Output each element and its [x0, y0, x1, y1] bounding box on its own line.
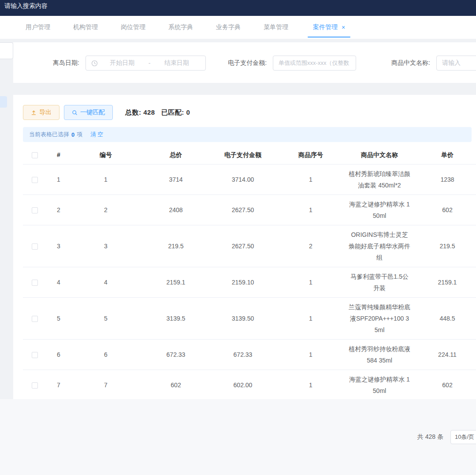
selection-info-bar: 当前表格已选择 0 项 清空 [23, 127, 472, 142]
table-row: 7 7 602 602.00 1 海蓝之谜修护精萃水 150ml 602 [23, 370, 476, 399]
matched-label: 已匹配: [161, 108, 186, 116]
filter-card: 离岛日期: 开始日期 - 结束日期 电子支付金额: 单值或范围xxx-xxx（仅… [13, 42, 476, 83]
stats-text: 总数: 428已匹配: 0 [125, 108, 190, 117]
cell-index: 5 [47, 297, 71, 339]
selection-prefix: 当前表格已选择 [29, 131, 69, 138]
row-checkbox[interactable] [32, 316, 38, 322]
selection-count: 0 [71, 131, 74, 138]
table-row: 1 1 3714 3714.00 1 植村秀新琥珀臻萃洁颜油套装 450ml*2… [23, 164, 476, 194]
data-table: #编号总价电子支付金额商品序号商品中文名称单价 1 1 3714 3714.00… [23, 146, 476, 399]
one-click-match-button[interactable]: 一键匹配 [64, 105, 113, 120]
table-row: 6 6 672.33 672.33 1 植村秀羽纱持妆粉底液 584 35ml … [23, 339, 476, 370]
tab-item-0[interactable]: 用户管理 [14, 16, 62, 39]
row-checkbox[interactable] [32, 352, 38, 358]
row-checkbox[interactable] [32, 280, 38, 286]
date-filter-label: 离岛日期: [53, 59, 79, 67]
clear-selection-link[interactable]: 清空 [90, 131, 104, 138]
tab-label: 机构管理 [73, 23, 98, 31]
tab-item-4[interactable]: 业务字典 [205, 16, 252, 39]
row-checkbox-cell [23, 194, 47, 225]
tab-label: 用户管理 [26, 23, 50, 31]
cell-product-seq: 1 [275, 164, 346, 194]
amount-placeholder: 单值或范围xxx-xxx（仅整数 [279, 59, 349, 67]
cell-product-name: 植村秀羽纱持妆粉底液 584 35ml [346, 339, 413, 370]
cell-code: 4 [71, 267, 141, 297]
product-placeholder: 请输入 [442, 59, 461, 67]
cell-product-name: 马爹利蓝带干邑1.5公升装 [346, 267, 413, 297]
tab-label: 案件管理 [313, 23, 338, 31]
cell-unit-price: 602 [413, 194, 476, 225]
table-row: 4 4 2159.1 2159.10 1 马爹利蓝带干邑1.5公升装 2159.… [23, 267, 476, 297]
page-size-select[interactable]: 10条/页 [450, 430, 476, 444]
row-checkbox[interactable] [32, 382, 38, 389]
table-row: 3 3 219.5 2627.50 2 ORIGINS韦博士灵芝焕能好底子精华水… [23, 225, 476, 267]
cell-total-price: 3714 [141, 164, 211, 194]
cell-total-price: 219.5 [141, 225, 211, 267]
cell-product-seq: 2 [275, 225, 346, 267]
header-checkbox-cell [23, 146, 47, 164]
date-range-input[interactable]: 开始日期 - 结束日期 [86, 56, 206, 71]
tab-label: 菜单管理 [264, 23, 288, 31]
cell-code: 2 [71, 194, 141, 225]
cell-unit-price: 2159.1 [413, 267, 476, 297]
cell-product-name: ORIGINS韦博士灵芝焕能好底子精华水两件组 [346, 225, 413, 267]
table-header-row: #编号总价电子支付金额商品序号商品中文名称单价 [23, 146, 476, 164]
end-date-placeholder[interactable]: 结束日期 [153, 59, 200, 67]
row-checkbox[interactable] [32, 243, 38, 250]
cell-epay-amount: 602.00 [211, 370, 275, 399]
column-header: 商品序号 [275, 146, 346, 164]
row-checkbox-cell [23, 370, 47, 399]
cell-epay-amount: 2627.50 [211, 194, 275, 225]
cell-total-price: 2159.1 [141, 267, 211, 297]
start-date-placeholder[interactable]: 开始日期 [99, 59, 146, 67]
select-all-checkbox[interactable] [32, 152, 38, 158]
pagination-total: 共 428 条 [417, 433, 443, 441]
sidebar-fragment [0, 96, 7, 108]
amount-filter-label: 电子支付金额: [228, 59, 267, 67]
export-button[interactable]: 导出 [23, 105, 60, 120]
cell-total-price: 2408 [141, 194, 211, 225]
pagination: 共 428 条 10条/页 [417, 430, 476, 444]
cell-product-name: 海蓝之谜修护精萃水 150ml [346, 370, 413, 399]
cell-unit-price: 224.11 [413, 339, 476, 370]
cell-epay-amount: 2159.10 [211, 267, 275, 297]
cell-index: 4 [47, 267, 71, 297]
row-checkbox-cell [23, 267, 47, 297]
cell-code: 7 [71, 370, 141, 399]
total-value: 428 [143, 108, 155, 116]
tab-label: 岗位管理 [121, 23, 145, 31]
cell-product-name: 植村秀新琥珀臻萃洁颜油套装 450ml*2 [346, 164, 413, 194]
tab-item-1[interactable]: 机构管理 [62, 16, 109, 39]
tab-item-6[interactable]: 案件管理 × [300, 16, 358, 39]
row-checkbox[interactable] [32, 207, 38, 213]
cell-code: 1 [71, 164, 141, 194]
column-header: 商品中文名称 [346, 146, 413, 164]
date-separator: - [146, 60, 153, 67]
cell-total-price: 602 [141, 370, 211, 399]
cell-product-seq: 1 [275, 370, 346, 399]
product-name-input[interactable]: 请输入 [436, 56, 476, 71]
cell-unit-price: 1238 [413, 164, 476, 194]
tab-close-icon[interactable]: × [342, 24, 345, 30]
row-checkbox-cell [23, 225, 47, 267]
row-checkbox-cell [23, 297, 47, 339]
row-checkbox[interactable] [32, 177, 38, 183]
cell-epay-amount: 672.33 [211, 339, 275, 370]
table-row: 5 5 3139.5 3139.50 1 兰蔻菁纯臻颜精华粉底液SPF20PA+… [23, 297, 476, 339]
tab-item-2[interactable]: 岗位管理 [109, 16, 157, 39]
collapsed-panel-box[interactable] [0, 42, 13, 59]
cell-unit-price: 448.5 [413, 297, 476, 339]
global-search-input[interactable]: 请输入搜索内容 [4, 2, 48, 9]
tab-item-5[interactable]: 菜单管理 [252, 16, 300, 39]
tab-item-3[interactable]: 系统字典 [157, 16, 205, 39]
cell-index: 6 [47, 339, 71, 370]
cell-index: 1 [47, 164, 71, 194]
amount-input[interactable]: 单值或范围xxx-xxx（仅整数 [273, 56, 356, 71]
matched-value: 0 [186, 108, 190, 116]
main-card: 导出 一键匹配 总数: 428已匹配: 0 当前表格已选择 0 项 清空 [13, 95, 476, 399]
cell-product-seq: 1 [275, 194, 346, 225]
search-icon [72, 110, 78, 116]
column-header: 总价 [141, 146, 211, 164]
cell-index: 2 [47, 194, 71, 225]
column-header: 单价 [413, 146, 476, 164]
